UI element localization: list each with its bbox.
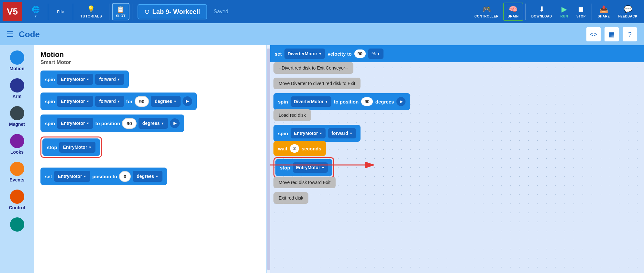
diverter-motor-dropdown-top[interactable]: DiverterMotor [284,49,325,59]
sidebar-item-motion[interactable]: Motion [3,49,32,73]
block-set-position[interactable]: set EntryMotor position to 0 degrees [40,168,260,185]
share-button[interactable]: 📤 SHARE [594,3,614,20]
sidebar-item-looks[interactable]: Looks [3,132,32,157]
to-position-label-1: to position [334,99,359,104]
spin-label-canvas-2: spin [278,131,288,136]
block-spin-forward[interactable]: spin EntryMotor forward [40,71,260,88]
saved-badge: Saved [214,9,228,15]
nav-sep-1 [48,4,48,20]
download-button[interactable]: ⬇ DOWNLOAD [527,3,556,20]
block-stop[interactable]: stop EntryMotor [40,136,260,158]
percent-dropdown-top[interactable]: % [368,49,383,59]
stop-highlight-box: stop EntryMotor [40,136,102,158]
degrees-dropdown-3[interactable]: degrees [133,171,162,182]
stop-label-canvas: stop [280,165,290,170]
blocks-subcategory: Smart Motor [40,60,260,65]
control-dot [10,190,24,204]
canvas-area: set DiverterMotor velocity to 90 % --Div… [270,45,644,273]
blocks-category: Motion [40,50,260,59]
spin-forward-for-block[interactable]: spin EntryMotor forward for 90 degrees ▶ [40,93,197,110]
block-spin-forward-for[interactable]: spin EntryMotor forward for 90 degrees ▶ [40,93,260,110]
code-view-button[interactable]: <> [586,27,601,42]
help-button[interactable]: ? [622,27,638,42]
stop-button[interactable]: ⏹ STOP [572,3,590,20]
entry-motor-dropdown-canvas-2[interactable]: EntryMotor [293,162,328,173]
degrees-dropdown-2[interactable]: degrees [139,118,168,129]
canvas-stop-red-box: stop EntryMotor [273,157,334,178]
play-btn-1[interactable]: ▶ [183,96,192,106]
comment-block-3: Load red disk [273,109,311,121]
spin-keyword[interactable]: spin EntryMotor forward [40,71,129,88]
nav-sep-5 [525,4,526,20]
value-pill-90-2[interactable]: 90 [122,118,137,129]
for-label: for [126,99,133,104]
run-button[interactable]: ▶ RUN [557,3,572,20]
file-button[interactable]: File [51,2,70,21]
value-90-canvas: 90 [361,97,373,106]
spin-label-2: spin [45,99,55,104]
header-right: <> ▦ ? [586,27,638,42]
comment-block-2: Move Diverter to divert red disk to Exit [273,78,361,89]
canvas-stop-highlight: stop EntryMotor [273,157,334,178]
entry-motor-dropdown-canvas-1[interactable]: EntryMotor [291,128,326,138]
blocks-view-button[interactable]: ▦ [604,27,619,42]
code-icon: ☰ [6,30,14,39]
comment-block-4: Move red disk toward Exit [273,177,336,188]
feedback-button[interactable]: 💬 FEEDBACK [614,3,641,20]
canvas-play-1[interactable]: ▶ [396,97,405,106]
blocks-panel: Motion Smart Motor spin EntryMotor forwa… [34,45,267,273]
set-position-block[interactable]: set EntryMotor position to 0 degrees [40,168,167,185]
nav-right-buttons: 🎮 CONTROLLER 🧠 BRAIN ⬇ DOWNLOAD ▶ RUN ⏹ … [471,3,641,21]
canvas-spin-diverter[interactable]: spin DiverterMotor to position 90 degree… [273,93,410,110]
download-icon: ⬇ [539,5,545,14]
forward-dropdown-canvas[interactable]: forward [328,128,356,138]
entry-motor-dropdown-5[interactable]: EntryMotor [54,171,91,182]
canvas-wait-block[interactable]: wait 2 seconds [273,141,326,156]
controller-button[interactable]: 🎮 CONTROLLER [471,3,502,20]
globe-icon: 🌐 [32,5,40,13]
brain-button[interactable]: 🧠 BRAIN [503,3,523,21]
play-btn-2[interactable]: ▶ [170,118,180,128]
nav-sep-6 [592,4,592,20]
stop-block[interactable]: stop EntryMotor [42,138,100,156]
sidebar-item-magnet[interactable]: Magnet [3,104,32,129]
degrees-dropdown-1[interactable]: degrees [151,96,181,107]
slot-button[interactable]: 📋 SLOT [112,3,129,20]
globe-button[interactable]: 🌐 ▼ [26,2,45,21]
diverter-motor-dropdown-1[interactable]: DiverterMotor [291,96,331,107]
project-title[interactable]: ⬡ Lab 9- Workcell [138,4,207,19]
tutorials-icon: 💡 [87,5,95,13]
value-pill-90-1[interactable]: 90 [135,96,149,107]
sidebar-item-events[interactable]: Events [3,160,32,184]
motion-dot [10,50,24,65]
canvas-stop-block[interactable]: stop EntryMotor [275,159,332,176]
velocity-to-label: velocity to [328,51,351,57]
entry-motor-dropdown-4[interactable]: EntryMotor [59,142,96,153]
spin-to-position-block[interactable]: spin EntryMotor to position 90 degrees ▶ [40,115,184,132]
looks-dot [10,134,24,148]
sidebar-item-arm[interactable]: Arm [3,76,32,101]
blocks-icon: ▦ [609,30,615,38]
wait-value: 2 [290,144,299,153]
comment-block-1: --Divert red disk to Exit Conveyor-- [273,62,353,74]
question-icon: ? [628,31,631,38]
controller-icon: 🎮 [482,5,491,14]
top-partial-block[interactable]: set DiverterMotor velocity to 90 % [270,45,644,62]
entry-motor-dropdown-2[interactable]: EntryMotor [57,96,94,107]
forward-dropdown-1[interactable]: forward [95,74,124,85]
entry-motor-dropdown-1[interactable]: EntryMotor [57,74,94,85]
scrollbar[interactable] [267,49,270,270]
value-pill-0[interactable]: 0 [119,171,131,182]
canvas-spin-entry-forward[interactable]: spin EntryMotor forward [273,125,361,142]
entry-motor-dropdown-3[interactable]: EntryMotor [57,118,94,129]
feedback-icon: 💬 [624,5,632,14]
tutorials-button[interactable]: 💡 TUTORIALS [76,2,106,21]
arm-dot [10,78,24,93]
block-spin-to-position[interactable]: spin EntryMotor to position 90 degrees ▶ [40,115,260,132]
sidebar-item-extra[interactable] [3,215,32,234]
degrees-label-1: degrees [375,99,394,104]
forward-dropdown-2[interactable]: forward [95,96,124,107]
sidebar-item-control[interactable]: Control [3,188,32,212]
stop-label-1: stop [47,145,57,150]
spin-label-canvas-1: spin [278,99,288,104]
